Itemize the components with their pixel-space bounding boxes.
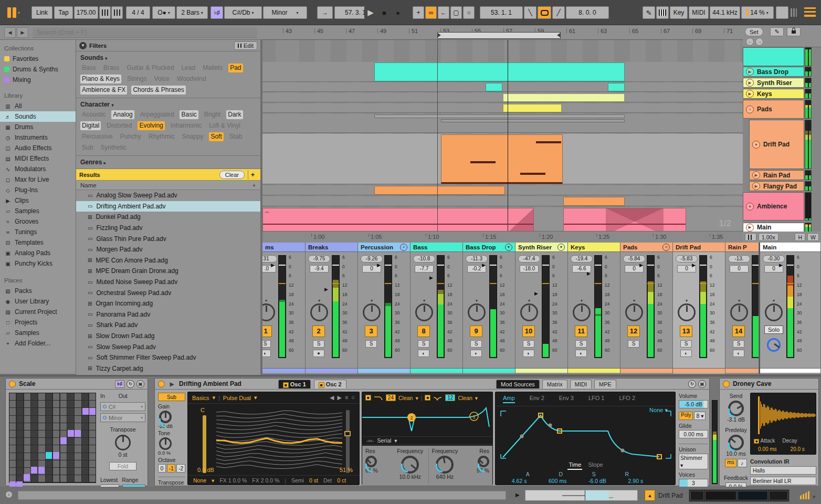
- filter-tag[interactable]: Sub: [80, 143, 94, 152]
- track-number-button[interactable]: 11: [575, 326, 587, 337]
- mixer-track-title[interactable]: Drift Pad: [673, 243, 725, 252]
- volume-value[interactable]: -7.7: [415, 265, 434, 272]
- track-header[interactable]: [743, 47, 804, 66]
- result-item[interactable]: ⊞MPE Dream Grain Drone.adg: [76, 266, 260, 277]
- solo-label[interactable]: Solo: [764, 326, 783, 334]
- scale-cell[interactable]: [9, 460, 16, 467]
- library-item[interactable]: ◇Plug-Ins: [0, 185, 76, 195]
- fx2-value[interactable]: FX 2 0.0 %: [252, 477, 279, 484]
- collection-item[interactable]: Mixing: [0, 75, 76, 85]
- pan-knob[interactable]: ▾: [520, 303, 538, 321]
- name-column-header[interactable]: Name▲: [76, 181, 260, 190]
- mixer-track-title[interactable]: Keys: [568, 243, 620, 252]
- monitor-icon[interactable]: ◐: [680, 350, 692, 357]
- pan-knob[interactable]: ▾: [765, 303, 783, 321]
- scale-cell[interactable]: [24, 408, 30, 415]
- poly-toggle[interactable]: Poly: [679, 412, 693, 420]
- filter-tag[interactable]: Snappy: [181, 132, 205, 141]
- freq1-knob[interactable]: [401, 456, 419, 474]
- mixer-track-title[interactable]: Rain P: [725, 243, 759, 252]
- save-preset-icon[interactable]: ▣: [698, 380, 706, 388]
- filters-collapse-icon[interactable]: ▼: [79, 42, 87, 49]
- res2-knob[interactable]: [478, 456, 489, 467]
- scale-cell[interactable]: [53, 401, 59, 407]
- meter-scale-icon[interactable]: [745, 233, 756, 241]
- track-activator-icon[interactable]: ▶: [746, 224, 754, 232]
- track-header[interactable]: ▼Ambience: [743, 192, 804, 220]
- menu-hamburger-icon[interactable]: [804, 7, 816, 17]
- scale-cell[interactable]: [38, 438, 45, 445]
- scale-cell[interactable]: [67, 393, 73, 400]
- result-item[interactable]: ▭Panorama Pad.adv: [76, 309, 260, 320]
- library-item[interactable]: ▣Punchy Kicks: [0, 258, 76, 269]
- scale-cell[interactable]: [24, 453, 30, 460]
- filter-tag[interactable]: Rhythmic: [147, 132, 176, 141]
- attack-label[interactable]: Attack: [760, 438, 775, 444]
- tone-knob[interactable]: [159, 437, 172, 450]
- next-wave-icon[interactable]: ▶: [337, 394, 341, 401]
- pencil-button[interactable]: ✎: [770, 27, 784, 36]
- solo-button[interactable]: S: [365, 340, 377, 348]
- filter2-slope[interactable]: 12: [445, 394, 455, 401]
- peak-level-value[interactable]: -47.4: [518, 255, 540, 262]
- scale-cell[interactable]: [67, 416, 73, 423]
- scale-cell[interactable]: [38, 393, 45, 400]
- scale-cell[interactable]: [67, 401, 73, 407]
- library-item[interactable]: ▶Clips: [0, 195, 76, 206]
- result-item[interactable]: ▭Soft Shimmer Filter Sweep Pad.adv: [76, 352, 260, 363]
- width-button[interactable]: W: [807, 233, 819, 241]
- result-item[interactable]: ▭Fizzling Pad.adv: [76, 223, 260, 234]
- scale-cell[interactable]: [9, 438, 16, 445]
- scale-cell[interactable]: [38, 416, 45, 423]
- app-menu-icon[interactable]: ▾: [7, 6, 25, 19]
- filter2-circuit[interactable]: Clean: [458, 395, 472, 401]
- volume-value[interactable]: 0: [730, 265, 749, 272]
- scale-cell[interactable]: [82, 416, 88, 423]
- device-on-led[interactable]: [723, 381, 730, 387]
- prev-wave-icon[interactable]: ◀: [330, 394, 334, 401]
- library-item[interactable]: ≈Grooves: [0, 216, 76, 227]
- track-activator-icon[interactable]: ▼: [746, 203, 754, 211]
- filter-tag[interactable]: Digital: [80, 121, 101, 130]
- scale-cell[interactable]: [89, 401, 96, 407]
- track-lane[interactable]: [262, 82, 743, 92]
- predelay-value[interactable]: 10.0 ms: [723, 450, 749, 457]
- fx1-value[interactable]: FX 1 0.0 %: [219, 477, 247, 484]
- scale-cell[interactable]: [75, 416, 81, 423]
- track-number-button[interactable]: 3: [365, 326, 377, 337]
- meter-caret-icon[interactable]: ▾: [813, 494, 816, 500]
- scale-cell[interactable]: [60, 460, 67, 467]
- filter1-toggle[interactable]: ■: [365, 395, 371, 401]
- scale-cell[interactable]: [38, 423, 45, 430]
- track-number-button[interactable]: 12: [627, 326, 640, 337]
- sub-osc-button[interactable]: Sub: [158, 393, 185, 401]
- track-fold-icon[interactable]: ≡: [662, 244, 670, 251]
- solo-button[interactable]: S: [523, 340, 534, 348]
- scale-cell[interactable]: [67, 423, 73, 430]
- track-number-button[interactable]: 2: [312, 326, 325, 337]
- scale-cell[interactable]: [24, 423, 30, 430]
- next-marker-icon[interactable]: →: [755, 38, 763, 46]
- pan-knob[interactable]: ▾: [310, 303, 328, 321]
- scale-cell[interactable]: [46, 401, 52, 407]
- transpose-knob[interactable]: [115, 435, 131, 450]
- monitor-icon[interactable]: ◐: [262, 350, 271, 357]
- mixer-track-title[interactable]: Percussion≡: [358, 243, 410, 252]
- scale-cell[interactable]: [75, 401, 81, 407]
- play-button[interactable]: ▶: [364, 6, 377, 19]
- filter-tag[interactable]: Strings: [125, 75, 148, 83]
- filter-tag[interactable]: Distorted: [105, 121, 133, 130]
- scale-cell[interactable]: [60, 445, 67, 452]
- scale-cell[interactable]: [53, 460, 59, 467]
- scale-mode-select[interactable]: Minor▾: [100, 413, 145, 422]
- library-item[interactable]: ▥All: [0, 101, 76, 111]
- scale-cell[interactable]: [31, 423, 37, 430]
- volume-value[interactable]: -18.0: [520, 265, 539, 272]
- mixer-track-title[interactable]: Main: [760, 243, 820, 252]
- clip[interactable]: [441, 134, 563, 184]
- solo-button[interactable]: S: [733, 340, 744, 348]
- scale-cell[interactable]: [53, 452, 59, 459]
- res2-value[interactable]: 57 %: [463, 467, 489, 474]
- groove-amount[interactable]: O●▾: [152, 6, 175, 19]
- library-item[interactable]: ▤MIDI Effects: [0, 153, 76, 164]
